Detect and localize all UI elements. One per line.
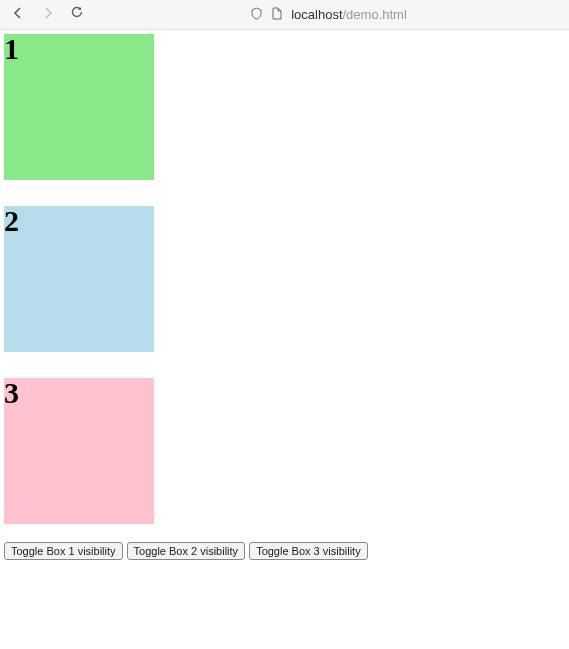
box-1: 1 — [4, 34, 154, 180]
shield-icon — [250, 7, 263, 23]
box-3-label: 3 — [4, 376, 19, 409]
box-1-label: 1 — [4, 32, 19, 65]
toggle-box-1-button[interactable]: Toggle Box 1 visibility — [4, 542, 123, 560]
url-text: localhost/demo.html — [291, 7, 407, 22]
toggle-box-3-button[interactable]: Toggle Box 3 visibility — [249, 542, 368, 560]
address-bar[interactable]: localhost/demo.html — [98, 7, 559, 23]
page-icon — [271, 7, 283, 23]
url-path: /demo.html — [343, 7, 407, 22]
box-2-label: 2 — [4, 204, 19, 237]
button-row: Toggle Box 1 visibility Toggle Box 2 vis… — [0, 542, 569, 560]
box-3: 3 — [4, 378, 154, 524]
page-content: 1 2 3 — [0, 30, 569, 542]
forward-icon[interactable] — [40, 5, 56, 25]
url-host: localhost — [291, 7, 342, 22]
back-icon[interactable] — [10, 5, 26, 25]
reload-icon[interactable] — [70, 5, 84, 25]
box-2: 2 — [4, 206, 154, 352]
toggle-box-2-button[interactable]: Toggle Box 2 visibility — [127, 542, 246, 560]
nav-controls — [10, 5, 84, 25]
browser-toolbar: localhost/demo.html — [0, 0, 569, 30]
